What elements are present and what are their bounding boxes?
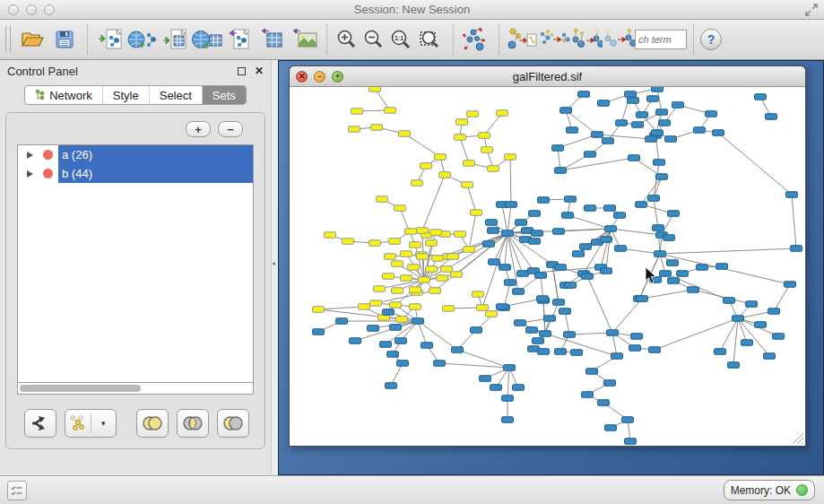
graph-node-blue[interactable] bbox=[586, 369, 598, 375]
graph-node-blue[interactable] bbox=[615, 246, 627, 252]
graph-node-blue[interactable] bbox=[715, 349, 726, 355]
graph-node-yellow[interactable] bbox=[369, 87, 381, 91]
graph-node-blue[interactable] bbox=[526, 327, 538, 334]
graph-node-blue[interactable] bbox=[486, 220, 498, 226]
graph-node-blue[interactable] bbox=[571, 350, 583, 356]
graph-node-blue[interactable] bbox=[390, 325, 402, 331]
intersect-sets-button[interactable] bbox=[177, 409, 209, 438]
graph-node-yellow[interactable] bbox=[430, 230, 442, 236]
graph-node-blue[interactable] bbox=[452, 347, 464, 353]
graph-node-blue[interactable] bbox=[565, 282, 577, 289]
graph-node-yellow[interactable] bbox=[371, 125, 383, 131]
graph-node-yellow[interactable] bbox=[429, 288, 441, 294]
graph-node-blue[interactable] bbox=[773, 334, 785, 340]
graph-node-blue[interactable] bbox=[648, 196, 660, 202]
graph-node-blue[interactable] bbox=[383, 309, 395, 316]
graph-node-blue[interactable] bbox=[791, 246, 802, 252]
create-set-from-network-button[interactable]: ▾ bbox=[65, 409, 117, 438]
network-window-titlebar[interactable]: ✕ − + galFiltered.sif bbox=[290, 66, 805, 87]
graph-node-blue[interactable] bbox=[506, 202, 517, 208]
graph-node-blue[interactable] bbox=[616, 120, 628, 126]
graph-node-blue[interactable] bbox=[560, 108, 572, 114]
zoom-in-button[interactable] bbox=[334, 22, 360, 56]
graph-node-yellow[interactable] bbox=[426, 266, 438, 273]
graph-node-blue[interactable] bbox=[622, 417, 634, 423]
graph-node-blue[interactable] bbox=[573, 251, 585, 257]
graph-node-blue[interactable] bbox=[629, 345, 641, 352]
graph-node-blue[interactable] bbox=[515, 320, 526, 326]
graph-node-blue[interactable] bbox=[555, 168, 567, 174]
graph-node-blue[interactable] bbox=[395, 338, 407, 344]
graph-node-yellow[interactable] bbox=[443, 306, 455, 312]
graph-node-yellow[interactable] bbox=[464, 161, 475, 167]
graph-node-yellow[interactable] bbox=[455, 231, 466, 238]
zoom-actual-size-button[interactable]: 1:1 bbox=[387, 22, 414, 56]
graph-node-yellow[interactable] bbox=[437, 275, 448, 282]
graph-node-yellow[interactable] bbox=[505, 154, 516, 161]
graph-node-blue[interactable] bbox=[654, 160, 665, 166]
graph-node-yellow[interactable] bbox=[385, 254, 396, 260]
graph-node-yellow[interactable] bbox=[392, 261, 403, 267]
network-canvas[interactable] bbox=[290, 87, 805, 446]
graph-node-yellow[interactable] bbox=[417, 228, 429, 234]
graph-node-blue[interactable] bbox=[529, 239, 541, 245]
set-label[interactable]: a (26) bbox=[58, 145, 253, 164]
graph-node-blue[interactable] bbox=[614, 213, 626, 219]
graph-node-blue[interactable] bbox=[637, 112, 648, 118]
sets-list[interactable]: a (26) b (44) bbox=[17, 144, 254, 383]
graph-node-blue[interactable] bbox=[659, 120, 671, 126]
graph-node-blue[interactable] bbox=[629, 155, 640, 161]
graph-node-blue[interactable] bbox=[656, 174, 668, 180]
graph-node-yellow[interactable] bbox=[432, 256, 444, 262]
network-graph[interactable] bbox=[290, 87, 805, 446]
graph-node-blue[interactable] bbox=[555, 265, 567, 271]
graph-node-blue[interactable] bbox=[387, 352, 399, 358]
graph-node-blue[interactable] bbox=[537, 296, 549, 302]
graph-node-yellow[interactable] bbox=[408, 265, 420, 271]
graph-node-blue[interactable] bbox=[716, 264, 728, 270]
window-titlebar[interactable]: Session: New Session bbox=[0, 0, 824, 20]
graph-node-blue[interactable] bbox=[505, 280, 516, 286]
graph-node-blue[interactable] bbox=[688, 287, 699, 293]
graph-node-blue[interactable] bbox=[397, 361, 409, 367]
graph-node-blue[interactable] bbox=[480, 376, 491, 382]
graph-node-blue[interactable] bbox=[668, 211, 680, 217]
graph-node-blue[interactable] bbox=[766, 114, 777, 120]
graph-node-blue[interactable] bbox=[553, 229, 565, 235]
graph-node-yellow[interactable] bbox=[456, 119, 468, 126]
graph-node-blue[interactable] bbox=[656, 109, 668, 116]
graph-node-yellow[interactable] bbox=[471, 210, 482, 216]
graph-node-blue[interactable] bbox=[504, 365, 516, 371]
graph-node-blue[interactable] bbox=[637, 296, 648, 302]
graph-node-blue[interactable] bbox=[672, 102, 684, 109]
highlight-diff-button[interactable] bbox=[570, 22, 603, 56]
tab-select[interactable]: Select bbox=[150, 86, 203, 104]
graph-node-blue[interactable] bbox=[677, 271, 689, 277]
list-item[interactable]: a (26) bbox=[18, 145, 253, 164]
graph-node-yellow[interactable] bbox=[399, 131, 411, 137]
export-diff-network-button[interactable] bbox=[506, 22, 538, 56]
graph-node-yellow[interactable] bbox=[464, 247, 475, 253]
graph-node-blue[interactable] bbox=[553, 300, 565, 306]
merge-networks-button[interactable] bbox=[538, 22, 570, 56]
float-panel-icon[interactable] bbox=[238, 67, 246, 75]
graph-node-yellow[interactable] bbox=[412, 180, 423, 187]
graph-node-blue[interactable] bbox=[665, 136, 677, 143]
graph-node-blue[interactable] bbox=[628, 98, 639, 104]
graph-node-blue[interactable] bbox=[513, 289, 525, 295]
graph-node-blue[interactable] bbox=[585, 205, 596, 212]
graph-node-blue[interactable] bbox=[421, 343, 433, 349]
graph-node-yellow[interactable] bbox=[439, 172, 451, 178]
graph-node-blue[interactable] bbox=[605, 226, 617, 232]
graph-node-yellow[interactable] bbox=[497, 110, 508, 117]
tab-sets[interactable]: Sets bbox=[203, 86, 246, 104]
graph-node-yellow[interactable] bbox=[447, 254, 459, 260]
graph-node-blue[interactable] bbox=[585, 152, 596, 158]
graph-node-blue[interactable] bbox=[562, 213, 574, 219]
import-network-file-button[interactable] bbox=[94, 22, 126, 56]
graph-node-blue[interactable] bbox=[540, 331, 551, 337]
graph-node-blue[interactable] bbox=[646, 136, 657, 143]
graph-node-blue[interactable] bbox=[529, 211, 541, 217]
graph-node-blue[interactable] bbox=[607, 330, 619, 336]
graph-node-blue[interactable] bbox=[667, 260, 679, 266]
